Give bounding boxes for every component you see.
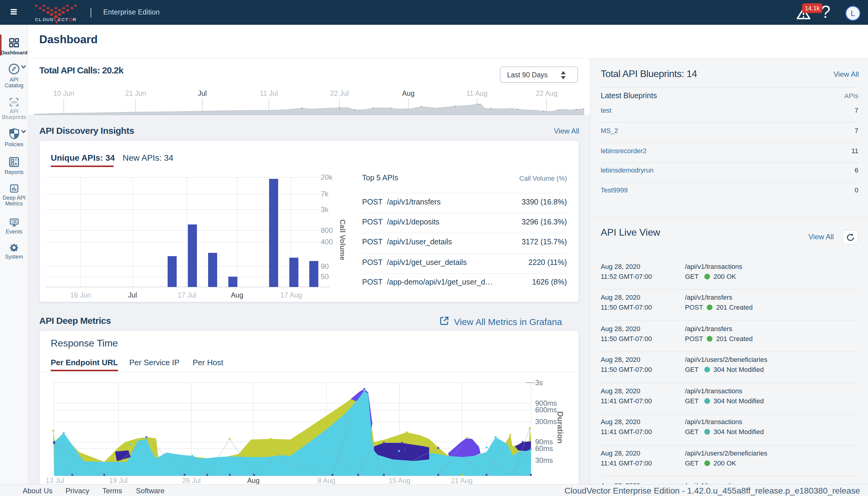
svg-text:Jul: Jul [128, 291, 137, 299]
svg-text:R: R [73, 17, 76, 22]
svg-text:21 Jun: 21 Jun [125, 89, 146, 97]
svg-text:17 Jul: 17 Jul [178, 291, 196, 299]
svg-text:3k: 3k [321, 205, 329, 214]
svg-text:300ms: 300ms [535, 417, 557, 425]
svg-text:20k: 20k [321, 173, 333, 181]
svg-text:19 Jul: 19 Jul [109, 477, 127, 484]
svg-text:3s: 3s [535, 378, 543, 387]
svg-text:800: 800 [321, 226, 333, 234]
svg-text:11 Aug: 11 Aug [466, 89, 487, 97]
svg-text:Aug: Aug [402, 89, 415, 97]
svg-text:400: 400 [321, 238, 333, 246]
svg-text:17 Aug: 17 Aug [280, 291, 302, 299]
svg-text:15 Aug: 15 Aug [389, 477, 410, 484]
svg-text:22 Jul: 22 Jul [330, 89, 349, 97]
svg-text:50: 50 [321, 273, 329, 281]
svg-text:Aug: Aug [231, 291, 243, 299]
svg-text:</>: </> [11, 100, 17, 105]
svg-text:CLOUD: CLOUD [35, 17, 53, 22]
svg-text:Duration: Duration [556, 412, 565, 444]
svg-text:26 Jul: 26 Jul [182, 477, 201, 484]
svg-text:90: 90 [321, 262, 329, 270]
svg-text:60ms: 60ms [535, 444, 553, 452]
svg-text:13 Jul: 13 Jul [46, 477, 64, 484]
svg-text:16 Jun: 16 Jun [70, 291, 91, 299]
svg-text:7k: 7k [321, 190, 329, 198]
svg-text:ECT: ECT [58, 17, 68, 22]
svg-text:8 Aug: 8 Aug [318, 477, 335, 484]
svg-text:Jul: Jul [198, 89, 207, 97]
svg-text:10 Jun: 10 Jun [53, 89, 74, 97]
svg-text:30ms: 30ms [535, 456, 553, 464]
svg-text:22 Aug: 22 Aug [536, 89, 557, 97]
svg-text:Call Volume: Call Volume [338, 219, 347, 260]
svg-text:21 Aug: 21 Aug [451, 477, 473, 484]
svg-text:11 Jul: 11 Jul [260, 89, 278, 97]
svg-text:Aug: Aug [247, 477, 260, 484]
svg-text:600ms: 600ms [535, 406, 557, 414]
